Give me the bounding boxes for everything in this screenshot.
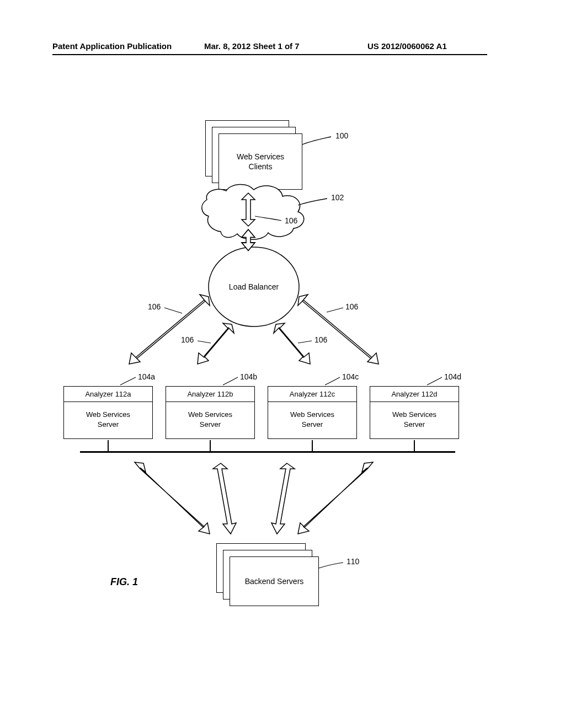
ref-110: 110 [347,557,359,566]
figure-caption: FIG. 1 [110,576,138,588]
leader-110-line [0,0,565,728]
